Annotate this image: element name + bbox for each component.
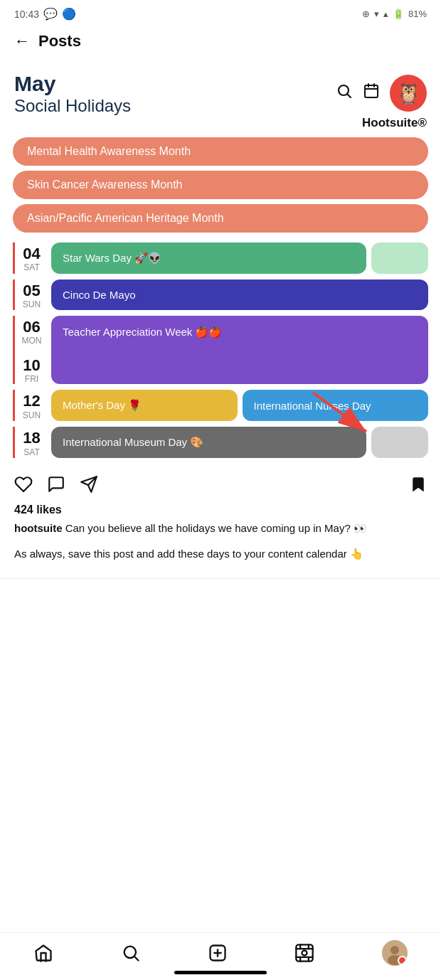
cal-date-05: 05 SUN (13, 279, 44, 310)
cal-events-06-10: Teacher Appreciation Week 🍎🍎 (51, 316, 428, 384)
star-wars-day-event[interactable]: Star Wars Day 🚀👽 (51, 243, 366, 274)
card-title-block: May Social Holidays (14, 72, 131, 116)
calendar-entries: 04 SAT Star Wars Day 🚀👽 05 SUN Cinco De … (0, 235, 441, 467)
svg-point-24 (390, 946, 399, 954)
cal-date-12: 12 SUN (13, 390, 44, 421)
caption-extra: As always, save this post and add these … (0, 540, 441, 570)
page-title: Posts (38, 32, 81, 50)
cal-events-05: Cinco De Mayo (51, 279, 428, 310)
engage-left-icons (14, 475, 98, 498)
teacher-appreciation-event[interactable]: Teacher Appreciation Week 🍎🍎 (51, 316, 428, 384)
badge-skin-cancer: Skin Cancer Awareness Month (13, 171, 428, 199)
table-row: 05 SUN Cinco De Mayo (13, 279, 428, 310)
card-header: May Social Holidays 🦉 (0, 62, 441, 119)
battery-icon: 🔋 (393, 9, 404, 19)
heart-icon[interactable] (14, 475, 33, 498)
badge-mental-health: Mental Health Awareness Month (13, 137, 428, 166)
status-right: ⊕ ▾ ▴ 🔋 81% (362, 9, 427, 19)
post-caption: hootsuite Can you believe all the holida… (0, 519, 441, 540)
wifi-icon: ▾ (374, 9, 379, 19)
post-card: May Social Holidays 🦉 Hootsuite® (0, 62, 441, 579)
cal-date-06-10: 06 MON 10 FRI (13, 316, 44, 384)
back-button[interactable]: ← (14, 32, 30, 50)
table-row: 18 SAT International Museum Day 🎨 (13, 427, 428, 458)
cal-date-18: 18 SAT (13, 427, 44, 458)
add-nav-icon[interactable] (208, 943, 228, 963)
comment-icon[interactable] (47, 475, 65, 498)
museum-extra-event (371, 427, 428, 458)
messenger-icon: 🔵 (62, 7, 76, 21)
home-nav-icon[interactable] (33, 943, 53, 963)
star-wars-extra-event (371, 243, 428, 274)
username[interactable]: hootsuite (14, 522, 63, 534)
hootsuite-brand: Hootsuite® (0, 116, 441, 130)
cinco-de-mayo-event[interactable]: Cinco De Mayo (51, 279, 428, 310)
reels-nav-icon[interactable] (294, 943, 314, 963)
svg-point-16 (302, 951, 307, 956)
signal-icon: ▴ (383, 9, 388, 19)
mothers-day-event[interactable]: Mother's Day 🌹 (51, 390, 238, 421)
cal-date-04: 04 SAT (13, 243, 44, 274)
search-nav-icon[interactable] (121, 943, 141, 963)
engagement-bar (0, 467, 441, 504)
calendar-section: 04 SAT Star Wars Day 🚀👽 05 SUN Cinco De … (0, 235, 441, 467)
card-subtitle: Social Holidays (14, 96, 131, 116)
cal-events-18: International Museum Day 🎨 (51, 427, 428, 458)
international-nurses-day-event[interactable]: International Nurses Day (243, 390, 429, 421)
svg-line-11 (134, 957, 138, 960)
status-bar: 10:43 💬 🔵 ⊕ ▾ ▴ 🔋 81% (0, 0, 441, 25)
home-indicator (174, 966, 267, 974)
hootsuite-logo: 🦉 (390, 75, 427, 112)
table-row: 12 SUN Mother's Day 🌹 International Nurs… (13, 390, 428, 421)
svg-rect-15 (297, 944, 313, 961)
caption-text: Can you believe all the holidays we have… (65, 522, 367, 534)
bookmark-icon[interactable] (410, 476, 427, 497)
svg-point-25 (388, 955, 402, 965)
card-header-icons: 🦉 (336, 75, 427, 112)
cal-events-04: Star Wars Day 🚀👽 (51, 243, 428, 274)
status-time: 10:43 💬 🔵 (14, 7, 76, 21)
international-museum-day-event[interactable]: International Museum Day 🎨 (51, 427, 366, 458)
cal-events-12: Mother's Day 🌹 International Nurses Day (51, 390, 428, 421)
likes-count: 424 likes (0, 504, 441, 519)
svg-rect-2 (365, 85, 378, 97)
header: ← Posts (0, 25, 441, 55)
card-month: May (14, 72, 131, 96)
chat-icon: 💬 (43, 7, 58, 21)
table-row: 06 MON 10 FRI Teacher Appreciation Week … (13, 316, 428, 384)
badge-asian-pacific: Asian/Pacific American Heritage Month (13, 204, 428, 233)
profile-nav-icon[interactable] (382, 940, 408, 966)
table-row: 04 SAT Star Wars Day 🚀👽 (13, 243, 428, 274)
share-icon[interactable] (80, 475, 98, 498)
monthly-badges: Mental Health Awareness Month Skin Cance… (0, 130, 441, 235)
calendar-icon[interactable] (363, 82, 380, 104)
add-circle-icon: ⊕ (362, 9, 370, 19)
search-icon[interactable] (336, 82, 353, 104)
svg-line-1 (348, 95, 351, 98)
